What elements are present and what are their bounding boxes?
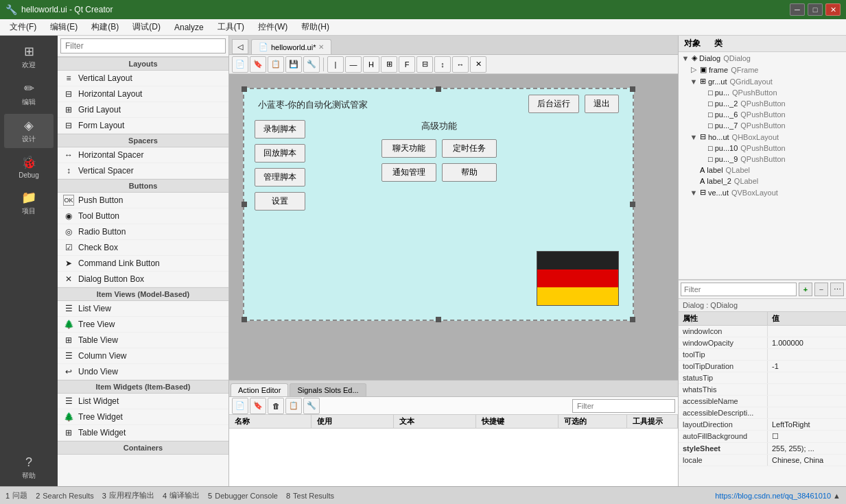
widget-grid-layout[interactable]: ⊞ Grid Layout xyxy=(58,102,228,118)
status-link[interactable]: https://blog.csdn.net/qq_38461010 xyxy=(715,492,831,500)
canvas-layout-btn-5[interactable]: F xyxy=(399,56,415,73)
prop-row[interactable]: autoFillBackground☐ xyxy=(679,431,846,443)
sidebar-item-edit[interactable]: ✏ 编辑 xyxy=(4,77,54,111)
prop-row[interactable]: windowOpacity1.000000 xyxy=(679,337,846,349)
handle-br[interactable] xyxy=(630,317,635,322)
status-item-problems[interactable]: 1 问题 xyxy=(5,490,27,501)
canvas-tool-btn-3[interactable]: 📋 xyxy=(268,56,284,73)
tree-item-pu6[interactable]: □ pu..._6 QPushButton xyxy=(679,109,846,120)
handle-top[interactable] xyxy=(436,86,441,92)
tab-action-editor[interactable]: Action Editor xyxy=(231,383,288,396)
props-add-btn[interactable]: + xyxy=(799,283,812,296)
canvas-layout-btn-6[interactable]: ⊟ xyxy=(416,56,433,73)
canvas-layout-btn-4[interactable]: ⊞ xyxy=(381,56,397,73)
menu-widgets[interactable]: 控件(W) xyxy=(251,20,294,34)
prop-row[interactable]: statusTip xyxy=(679,372,846,384)
props-menu-btn[interactable]: ⋯ xyxy=(830,283,844,296)
widget-tree-view[interactable]: 🌲 Tree View xyxy=(58,317,228,333)
sidebar-item-project[interactable]: 📁 项目 xyxy=(4,186,54,220)
handle-tl[interactable] xyxy=(242,86,247,92)
handle-bl[interactable] xyxy=(242,317,247,322)
widget-column-view[interactable]: ☰ Column View xyxy=(58,348,228,364)
menu-edit[interactable]: 编辑(E) xyxy=(43,20,84,34)
expand-hbox[interactable]: ▼ xyxy=(690,133,698,141)
tree-item-frame[interactable]: ▷ ▣ frame QFrame xyxy=(679,64,846,75)
canvas-layout-btn-3[interactable]: H xyxy=(363,56,379,73)
tree-item-pu1[interactable]: □ pu... QPushButton xyxy=(679,87,846,98)
widget-tool-button[interactable]: ◉ Tool Button xyxy=(58,208,228,224)
menu-build[interactable]: 构建(B) xyxy=(84,20,126,34)
prop-row[interactable]: accessibleName xyxy=(679,396,846,407)
button-notification[interactable]: 通知管理 xyxy=(381,163,436,182)
handle-right[interactable] xyxy=(630,202,635,207)
button-scheduled-task[interactable]: 定时任务 xyxy=(442,139,497,158)
widget-horizontal-layout[interactable]: ⊟ Horizontal Layout xyxy=(58,86,228,102)
action-new-btn[interactable]: 📄 xyxy=(232,398,248,414)
maximize-button[interactable]: □ xyxy=(808,3,823,16)
widget-table-view[interactable]: ⊞ Table View xyxy=(58,333,228,348)
widget-table-widget[interactable]: ⊞ Table Widget xyxy=(58,425,228,441)
prop-row[interactable]: styleSheet255, 255); ... xyxy=(679,443,846,455)
tree-item-vbox[interactable]: ▼ ⊟ ve...ut QVBoxLayout xyxy=(679,187,846,198)
tree-item-gridlayout[interactable]: ▼ ⊞ gr...ut QGridLayout xyxy=(679,75,846,87)
tree-item-label[interactable]: A label QLabel xyxy=(679,165,846,176)
widget-list-view[interactable]: ☰ List View xyxy=(58,301,228,317)
canvas-tool-btn-5[interactable]: 🔧 xyxy=(303,56,320,73)
widget-horizontal-spacer[interactable]: ↔ Horizontal Spacer xyxy=(58,147,228,163)
widget-radio-button[interactable]: ◎ Radio Button xyxy=(58,224,228,240)
status-arrow[interactable]: ▲ xyxy=(833,492,841,500)
menu-help[interactable]: 帮助(H) xyxy=(294,20,336,34)
button-chat[interactable]: 聊天功能 xyxy=(381,139,436,158)
tab-helloworld[interactable]: 📄 helloworld.ui* ✕ xyxy=(251,39,331,54)
handle-left[interactable] xyxy=(242,202,247,207)
menu-tools[interactable]: 工具(T) xyxy=(211,20,251,34)
canvas-layout-btn-1[interactable]: | xyxy=(327,56,344,73)
canvas-layout-btn-8[interactable]: ↔ xyxy=(452,56,469,73)
expand-vbox[interactable]: ▼ xyxy=(690,189,698,197)
button-playback-script[interactable]: 回放脚本 xyxy=(255,144,305,163)
expand-frame[interactable]: ▷ xyxy=(690,65,698,74)
widget-check-box[interactable]: ☑ Check Box xyxy=(58,240,228,256)
button-record-script[interactable]: 录制脚本 xyxy=(255,120,305,139)
prop-row[interactable]: windowIcon xyxy=(679,326,846,337)
props-filter-input[interactable] xyxy=(681,283,797,296)
widget-dialog-button-box[interactable]: ✕ Dialog Button Box xyxy=(58,272,228,287)
canvas-area[interactable]: 小蓝枣-你的自动化测试管家 后台运行 退出 录制脚本 回放脚本 管理脚本 设置 … xyxy=(229,74,678,380)
button-quit[interactable]: 退出 xyxy=(585,95,619,113)
widget-filter-input[interactable] xyxy=(60,38,226,53)
expand-grid[interactable]: ▼ xyxy=(690,77,698,86)
status-item-compile[interactable]: 4 编译输出 xyxy=(163,490,200,501)
widget-vertical-spacer[interactable]: ↕ Vertical Spacer xyxy=(58,163,228,179)
close-button[interactable]: ✕ xyxy=(825,3,841,16)
tree-item-pu9[interactable]: □ pu..._9 QPushButton xyxy=(679,154,846,165)
button-settings[interactable]: 设置 xyxy=(255,192,305,211)
minimize-button[interactable]: ─ xyxy=(790,3,805,16)
canvas-layout-btn-7[interactable]: ↕ xyxy=(434,56,451,73)
prop-row[interactable]: toolTipDuration-1 xyxy=(679,361,846,372)
tab-back-btn[interactable]: ◁ xyxy=(232,39,248,54)
button-backend-run[interactable]: 后台运行 xyxy=(528,95,579,113)
widget-vertical-layout[interactable]: ≡ Vertical Layout xyxy=(58,71,228,86)
action-bookmark-btn[interactable]: 🔖 xyxy=(250,398,266,414)
expand-dialog[interactable]: ▼ xyxy=(681,54,690,62)
status-item-tests[interactable]: 8 Test Results xyxy=(286,492,334,500)
tab-close-btn[interactable]: ✕ xyxy=(318,43,324,51)
action-settings-btn[interactable]: 🔧 xyxy=(303,398,320,414)
prop-row[interactable]: whatsThis xyxy=(679,384,846,396)
sidebar-item-debug[interactable]: 🐞 Debug xyxy=(4,151,54,183)
button-manage-script[interactable]: 管理脚本 xyxy=(255,168,305,187)
canvas-layout-btn-2[interactable]: — xyxy=(345,56,362,73)
sidebar-item-welcome[interactable]: ⊞ 欢迎 xyxy=(4,40,54,74)
tree-item-pu7[interactable]: □ pu..._7 QPushButton xyxy=(679,120,846,131)
status-item-search[interactable]: 2 Search Results xyxy=(36,492,94,500)
widget-push-button[interactable]: OK Push Button xyxy=(58,193,228,208)
tab-signals-slots[interactable]: Signals Slots Ed... xyxy=(290,383,366,396)
prop-row[interactable]: accessibleDescripti... xyxy=(679,407,846,419)
props-remove-btn[interactable]: − xyxy=(814,283,828,296)
widget-tree-widget[interactable]: 🌲 Tree Widget xyxy=(58,409,228,425)
canvas-tool-btn-1[interactable]: 📄 xyxy=(232,56,248,73)
widget-command-link-button[interactable]: ➤ Command Link Button xyxy=(58,256,228,272)
widget-form-layout[interactable]: ⊟ Form Layout xyxy=(58,118,228,134)
canvas-tool-btn-4[interactable]: 💾 xyxy=(285,56,302,73)
sidebar-item-design[interactable]: ◈ 设计 xyxy=(4,114,54,148)
